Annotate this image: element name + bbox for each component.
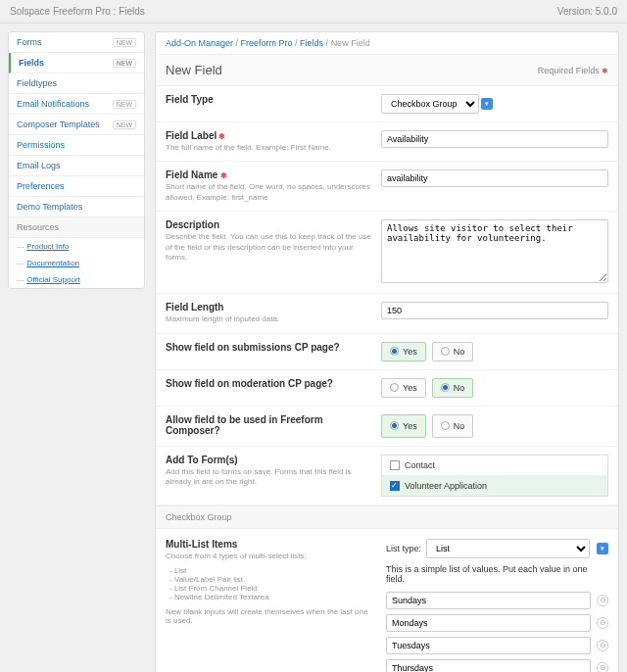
list-item-input[interactable] (386, 659, 591, 672)
sidebar-item-demo-templates[interactable]: Demo Templates (9, 197, 144, 217)
field-length-input[interactable] (381, 302, 608, 319)
version-label: Version: 5.0.0 (557, 6, 617, 17)
field-label-input[interactable] (381, 130, 608, 148)
allow-composer-yes[interactable]: Yes (381, 414, 426, 438)
remove-icon[interactable]: ⊖ (597, 640, 608, 651)
list-item-input[interactable] (386, 637, 591, 654)
list-item-input[interactable] (386, 592, 591, 609)
list-type-option: Value/Label Pair list (169, 575, 371, 584)
sidebar-item-forms[interactable]: FormsNEW (9, 32, 144, 53)
sidebar-link-official-support[interactable]: Official Support (9, 271, 144, 288)
allow-composer-label: Allow field to be used in Freeform Compo… (166, 414, 371, 436)
show-moderation-yes[interactable]: Yes (381, 378, 426, 398)
sidebar-item-fieldtypes[interactable]: Fieldtypes (9, 73, 144, 94)
radio-icon (441, 421, 450, 430)
multi-list-help: Choose from 4 types of multi-select list… (166, 552, 371, 560)
field-name-label: Field Name (166, 169, 371, 180)
show-moderation-label: Show field on moderation CP page? (166, 378, 371, 389)
crumb-current: New Field (331, 38, 370, 48)
list-type-select[interactable]: List (426, 539, 590, 558)
sidebar-item-email-notifications[interactable]: Email NotificationsNEW (9, 94, 144, 115)
description-textarea[interactable]: Allows site visitor to select their avai… (381, 219, 608, 283)
sidebar-item-email-logs[interactable]: Email Logs (9, 156, 144, 176)
list-type-option: List (169, 566, 371, 575)
chevron-down-icon: ▾ (481, 98, 493, 110)
breadcrumb: Add-On Manager / Freeform Pro / Fields /… (156, 32, 618, 55)
radio-icon (390, 347, 399, 356)
remove-icon[interactable]: ⊖ (597, 617, 608, 629)
show-submissions-yes[interactable]: Yes (381, 342, 426, 361)
remove-icon[interactable]: ⊖ (597, 662, 608, 672)
sidebar: FormsNEW FieldsNEW Fieldtypes Email Noti… (8, 31, 145, 289)
add-form-volunteer[interactable]: Volunteer Application (382, 476, 607, 496)
multi-list-label: Multi-List Items (166, 539, 371, 550)
radio-icon (390, 421, 399, 430)
sidebar-item-fields[interactable]: FieldsNEW (9, 53, 144, 73)
multi-list-note: New blank inputs will create themselves … (166, 607, 371, 625)
field-length-label: Field Length (166, 302, 371, 312)
sidebar-item-preferences[interactable]: Preferences (9, 176, 144, 197)
sidebar-resources-header: Resources (9, 217, 144, 238)
description-label: Description (166, 219, 371, 230)
radio-icon (441, 383, 450, 392)
field-type-select[interactable]: Checkbox Group (381, 94, 479, 114)
field-name-help: Short name of the field. One word, no sp… (166, 182, 371, 203)
list-type-label: List type: (386, 544, 421, 553)
add-to-forms-label: Add To Form(s) (166, 455, 371, 465)
list-type-option: Newline Delimited Textarea (169, 593, 371, 601)
field-length-help: Maximum length of inputed data. (166, 314, 371, 324)
sidebar-link-product-info[interactable]: Product Info (9, 238, 144, 255)
field-label-label: Field Label (166, 130, 371, 141)
add-form-contact[interactable]: Contact (382, 456, 607, 476)
sidebar-item-composer-templates[interactable]: Composer TemplatesNEW (9, 115, 144, 135)
allow-composer-no[interactable]: No (432, 414, 474, 438)
field-name-input[interactable] (381, 169, 608, 187)
radio-icon (390, 383, 399, 392)
show-submissions-no[interactable]: No (432, 342, 474, 361)
checkbox-icon[interactable] (390, 481, 400, 491)
checkbox-icon[interactable] (390, 460, 400, 470)
show-moderation-no[interactable]: No (432, 378, 474, 398)
panel-title: New Field (166, 63, 222, 77)
sidebar-link-documentation[interactable]: Documentation (9, 255, 144, 271)
list-item-input[interactable] (386, 614, 591, 632)
crumb-addon-manager[interactable]: Add-On Manager (166, 38, 233, 48)
section-checkbox-group: Checkbox Group (156, 505, 618, 529)
field-type-label: Field Type (166, 94, 371, 105)
list-type-help: This is a simple list of values. Put eac… (386, 564, 608, 584)
list-type-option: List From Channel Field (169, 584, 371, 593)
field-label-help: The full name of the field. Example: Fir… (166, 143, 371, 153)
crumb-fields[interactable]: Fields (300, 38, 323, 48)
show-submissions-label: Show field on submissions CP page? (166, 342, 371, 353)
description-help: Describe the field. You can use this to … (166, 232, 371, 263)
page-title: Solspace Freeform Pro : Fields (10, 6, 145, 17)
sidebar-item-permissions[interactable]: Permissions (9, 135, 144, 156)
chevron-down-icon: ▾ (597, 543, 608, 554)
add-to-forms-help: Add this field to forms on save. Forms t… (166, 467, 371, 488)
required-fields-note: Required Fields (538, 66, 608, 75)
remove-icon[interactable]: ⊖ (597, 595, 608, 606)
crumb-freeform-pro[interactable]: Freeform Pro (241, 38, 293, 48)
radio-icon (441, 347, 450, 356)
